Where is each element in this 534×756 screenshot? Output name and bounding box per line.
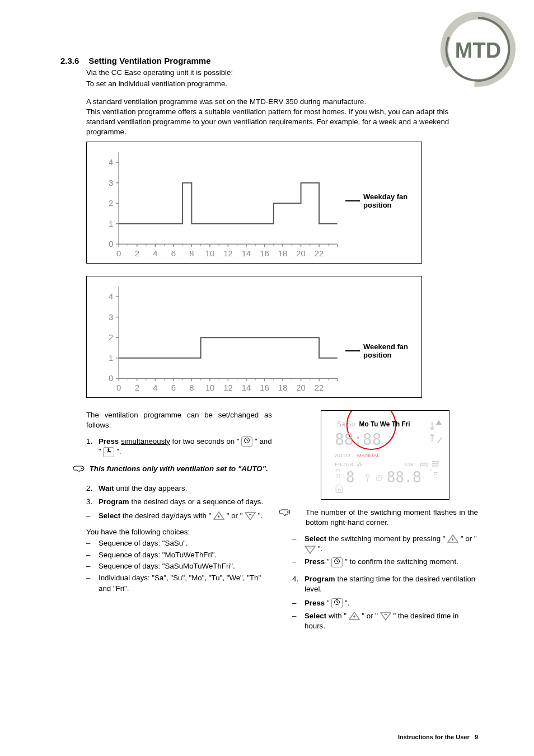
svg-text:2: 2: [135, 249, 139, 258]
cc-ease-display: Sa Su Mo Tu We Th Fri 88:88 AUTO MANUAL …: [321, 410, 449, 500]
svg-text:0: 0: [116, 249, 121, 258]
svg-text:8: 8: [346, 469, 354, 486]
step-1: 1. Press simultaneously for two seconds …: [86, 436, 272, 457]
svg-text:°: °: [430, 467, 432, 473]
svg-text:16: 16: [260, 249, 269, 258]
r-sub1-t2: " or ": [461, 534, 477, 543]
para-1: A standard ventilation programme was set…: [86, 97, 366, 106]
svg-text:3: 3: [109, 178, 113, 187]
r-sub1-t1: the switching moment by pressing ": [329, 534, 446, 543]
svg-text:0: 0: [116, 383, 121, 392]
para-2: This ventilation programme offers a suit…: [86, 107, 449, 136]
svg-text:EWT: EWT: [405, 461, 417, 467]
svg-text:4: 4: [109, 158, 113, 167]
svg-text:2: 2: [109, 199, 113, 208]
choice-2: –Sequence of days: "MoTuWeThFri".: [86, 550, 272, 561]
svg-point-115: [366, 474, 369, 477]
step3-rest: the desired days or a sequence of days.: [129, 497, 264, 506]
r-sub4-t2: " or ": [362, 612, 380, 620]
svg-text:2: 2: [135, 383, 139, 392]
svg-text:4: 4: [109, 292, 113, 301]
svg-text:12: 12: [223, 249, 233, 258]
minus-down-icon: −: [245, 511, 256, 520]
choice-1: –Sequence of days: "SaSu".: [86, 538, 272, 549]
svg-text:MANUAL: MANUAL: [357, 452, 381, 458]
svg-text:8: 8: [189, 249, 194, 258]
svg-text:4: 4: [153, 249, 157, 258]
clock-icon-2: [331, 557, 343, 567]
step-3: 3. Program the desired days or a sequenc…: [86, 497, 272, 508]
svg-text:−: −: [384, 612, 387, 617]
weekend-chart-label: Weekend fan position: [363, 342, 414, 360]
svg-text:FILTER: FILTER: [335, 461, 353, 467]
svg-text:6: 6: [171, 383, 176, 392]
sub-select-t3: ".: [258, 511, 263, 520]
weekend-chart: 012340246810121416182022 Weekend fan pos…: [86, 276, 422, 398]
r-sub2-t1: ": [327, 557, 331, 566]
step2-rest: until the day appears.: [114, 484, 188, 492]
svg-text:+: +: [217, 514, 220, 519]
sub-select-t2: " or ": [227, 511, 243, 520]
svg-text:AUTO: AUTO: [335, 452, 350, 458]
svg-text:88.8: 88.8: [387, 469, 421, 486]
svg-text:(ꝏ): (ꝏ): [420, 461, 428, 467]
svg-text:12: 12: [223, 383, 233, 392]
lead-text: The ventilation programme can be set/cha…: [86, 410, 272, 431]
r-sub-select-time: – Select with " + " or " − " the desired…: [292, 611, 478, 632]
clock-icon: [241, 436, 252, 447]
footer-page: 9: [475, 734, 478, 740]
svg-text:20: 20: [296, 249, 306, 258]
step3-program: Program: [99, 497, 129, 506]
svg-text:Mo Tu We Th Fri: Mo Tu We Th Fri: [359, 420, 410, 428]
sub-select-t1: the desired day/days with ": [123, 511, 213, 520]
svg-text:18: 18: [278, 249, 288, 258]
svg-text:I/E: I/E: [357, 461, 363, 467]
intro-line-2: To set an individual ventilation program…: [86, 79, 478, 89]
svg-text:22: 22: [315, 383, 324, 392]
r-sub2-t2: " to confirm the switching moment.: [345, 557, 458, 566]
svg-text:3: 3: [109, 312, 113, 321]
r-sub-press-clock: – Press " ".: [292, 598, 478, 609]
svg-text:E: E: [433, 471, 438, 478]
svg-text:8: 8: [189, 383, 194, 392]
svg-text:20: 20: [296, 383, 306, 392]
step1-press: Press: [99, 437, 119, 445]
section-title: Setting Ventilation Programme: [88, 56, 210, 65]
r-sub3-press: Press: [305, 599, 325, 607]
mtd-logo: MTD: [439, 10, 517, 88]
r-sub3-t1: ": [327, 599, 331, 607]
svg-text:22: 22: [315, 249, 324, 258]
svg-text:4: 4: [153, 383, 157, 392]
svg-text:+: +: [353, 614, 355, 619]
r-sub3-t2: ".: [345, 599, 349, 607]
svg-text:1: 1: [109, 219, 113, 228]
svg-text:−: −: [249, 511, 251, 517]
svg-text:−: −: [308, 545, 311, 551]
weekday-chart-label: Weekday fan position: [363, 192, 414, 210]
minus-down-icon-3: −: [380, 612, 391, 621]
substep-select-days: – Select the desired day/days with " + "…: [86, 511, 272, 522]
svg-text:Sa Su: Sa Su: [337, 420, 355, 428]
step1-t3: ".: [116, 447, 121, 456]
hand-point-icon: [73, 464, 85, 473]
plus-up-icon-2: +: [447, 534, 458, 543]
clock-icon-3: [331, 598, 343, 608]
weekday-chart: 012340246810121416182022 Weekday fan pos…: [86, 142, 422, 264]
note-auto-text: This functions only with ventilation set…: [90, 464, 268, 473]
svg-text:*: *: [378, 476, 380, 480]
sub-select: Select: [99, 511, 120, 520]
fan-icon: [103, 447, 114, 457]
r-sub4-select: Select: [305, 612, 326, 620]
minus-down-icon-2: −: [305, 545, 316, 554]
page-footer: Instructions for the User 9: [398, 734, 478, 740]
svg-text:14: 14: [242, 383, 251, 392]
svg-text:10: 10: [205, 383, 215, 392]
footer-label: Instructions for the User: [398, 734, 470, 740]
plus-up-icon: +: [213, 511, 224, 520]
svg-text:6: 6: [171, 249, 176, 258]
r-sub1-t3: ".: [318, 544, 322, 553]
section-heading: 2.3.6 Setting Ventilation Programme: [86, 56, 478, 65]
intro-line-1: Via the CC Ease operating unit it is pos…: [86, 68, 478, 78]
step1-t1: for two seconds on ": [172, 437, 240, 445]
step2-wait: Wait: [99, 484, 114, 492]
